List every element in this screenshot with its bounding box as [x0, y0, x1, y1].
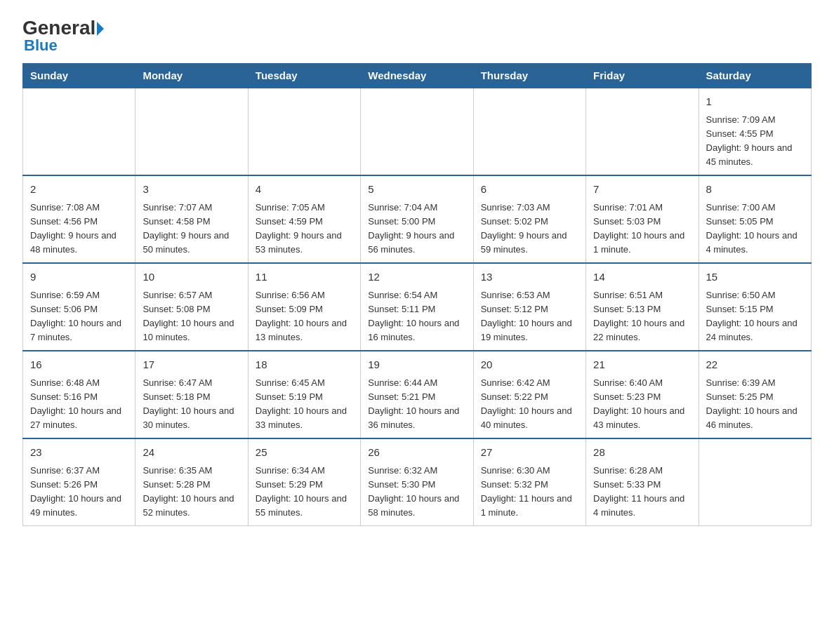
- day-number: 26: [368, 445, 465, 461]
- calendar-cell: 15Sunrise: 6:50 AM Sunset: 5:15 PM Dayli…: [699, 263, 811, 351]
- calendar-cell: 5Sunrise: 7:04 AM Sunset: 5:00 PM Daylig…: [361, 175, 473, 263]
- day-number: 5: [368, 182, 465, 198]
- header-row: SundayMondayTuesdayWednesdayThursdayFrid…: [23, 64, 812, 88]
- calendar-cell: [135, 88, 248, 175]
- col-header-monday: Monday: [135, 64, 248, 88]
- calendar-cell: 6Sunrise: 7:03 AM Sunset: 5:02 PM Daylig…: [473, 175, 585, 263]
- day-info: Sunrise: 6:56 AM Sunset: 5:09 PM Dayligh…: [256, 288, 353, 345]
- calendar-cell: [473, 88, 585, 175]
- day-info: Sunrise: 6:42 AM Sunset: 5:22 PM Dayligh…: [481, 376, 578, 433]
- col-header-thursday: Thursday: [473, 64, 585, 88]
- calendar-cell: [361, 88, 473, 175]
- day-info: Sunrise: 7:08 AM Sunset: 4:56 PM Dayligh…: [30, 201, 128, 257]
- calendar-cell: 18Sunrise: 6:45 AM Sunset: 5:19 PM Dayli…: [248, 351, 360, 438]
- calendar-cell: 10Sunrise: 6:57 AM Sunset: 5:08 PM Dayli…: [135, 263, 248, 351]
- day-info: Sunrise: 6:35 AM Sunset: 5:28 PM Dayligh…: [143, 464, 240, 521]
- day-info: Sunrise: 6:40 AM Sunset: 5:23 PM Dayligh…: [593, 376, 691, 433]
- calendar-cell: 22Sunrise: 6:39 AM Sunset: 5:25 PM Dayli…: [699, 351, 811, 438]
- calendar-cell: 17Sunrise: 6:47 AM Sunset: 5:18 PM Dayli…: [135, 351, 248, 438]
- calendar-cell: 3Sunrise: 7:07 AM Sunset: 4:58 PM Daylig…: [135, 175, 248, 263]
- day-number: 18: [256, 357, 353, 373]
- calendar-week-5: 23Sunrise: 6:37 AM Sunset: 5:26 PM Dayli…: [23, 438, 812, 526]
- calendar-cell: 23Sunrise: 6:37 AM Sunset: 5:26 PM Dayli…: [23, 438, 135, 526]
- day-number: 6: [481, 182, 578, 198]
- calendar-cell: 9Sunrise: 6:59 AM Sunset: 5:06 PM Daylig…: [23, 263, 135, 351]
- col-header-saturday: Saturday: [699, 64, 811, 88]
- day-number: 10: [143, 269, 240, 286]
- col-header-wednesday: Wednesday: [361, 64, 473, 88]
- day-info: Sunrise: 6:39 AM Sunset: 5:25 PM Dayligh…: [706, 376, 804, 433]
- day-number: 4: [256, 182, 353, 198]
- day-number: 21: [593, 357, 691, 373]
- day-number: 9: [30, 269, 128, 286]
- day-number: 25: [256, 445, 353, 461]
- calendar-cell: 4Sunrise: 7:05 AM Sunset: 4:59 PM Daylig…: [248, 175, 360, 263]
- calendar-cell: 16Sunrise: 6:48 AM Sunset: 5:16 PM Dayli…: [23, 351, 135, 438]
- day-number: 28: [593, 445, 691, 461]
- day-info: Sunrise: 7:04 AM Sunset: 5:00 PM Dayligh…: [368, 201, 465, 257]
- calendar-cell: 13Sunrise: 6:53 AM Sunset: 5:12 PM Dayli…: [473, 263, 585, 351]
- calendar-cell: [248, 88, 360, 175]
- calendar-cell: [23, 88, 135, 175]
- calendar-cell: 27Sunrise: 6:30 AM Sunset: 5:32 PM Dayli…: [473, 438, 585, 526]
- calendar-cell: 1Sunrise: 7:09 AM Sunset: 4:55 PM Daylig…: [699, 88, 811, 175]
- day-info: Sunrise: 7:09 AM Sunset: 4:55 PM Dayligh…: [706, 113, 804, 170]
- col-header-sunday: Sunday: [23, 64, 135, 88]
- day-info: Sunrise: 6:28 AM Sunset: 5:33 PM Dayligh…: [593, 464, 691, 521]
- day-number: 19: [368, 357, 465, 373]
- day-info: Sunrise: 7:05 AM Sunset: 4:59 PM Dayligh…: [256, 201, 353, 257]
- calendar-cell: 25Sunrise: 6:34 AM Sunset: 5:29 PM Dayli…: [248, 438, 360, 526]
- day-info: Sunrise: 6:57 AM Sunset: 5:08 PM Dayligh…: [143, 288, 240, 345]
- day-info: Sunrise: 6:37 AM Sunset: 5:26 PM Dayligh…: [30, 464, 128, 521]
- day-info: Sunrise: 7:07 AM Sunset: 4:58 PM Dayligh…: [143, 201, 240, 257]
- col-header-friday: Friday: [586, 64, 699, 88]
- day-number: 27: [481, 445, 578, 461]
- calendar-cell: 19Sunrise: 6:44 AM Sunset: 5:21 PM Dayli…: [361, 351, 473, 438]
- calendar-week-2: 2Sunrise: 7:08 AM Sunset: 4:56 PM Daylig…: [23, 175, 812, 263]
- day-number: 1: [706, 94, 804, 110]
- day-number: 7: [593, 182, 691, 198]
- calendar-cell: 2Sunrise: 7:08 AM Sunset: 4:56 PM Daylig…: [23, 175, 135, 263]
- calendar-cell: 28Sunrise: 6:28 AM Sunset: 5:33 PM Dayli…: [586, 438, 699, 526]
- day-number: 16: [30, 357, 128, 373]
- day-info: Sunrise: 6:53 AM Sunset: 5:12 PM Dayligh…: [481, 288, 578, 345]
- calendar-cell: 7Sunrise: 7:01 AM Sunset: 5:03 PM Daylig…: [586, 175, 699, 263]
- day-info: Sunrise: 6:32 AM Sunset: 5:30 PM Dayligh…: [368, 464, 465, 521]
- day-number: 22: [706, 357, 804, 373]
- day-info: Sunrise: 6:44 AM Sunset: 5:21 PM Dayligh…: [368, 376, 465, 433]
- day-number: 17: [143, 357, 240, 373]
- calendar-body: 1Sunrise: 7:09 AM Sunset: 4:55 PM Daylig…: [23, 88, 812, 526]
- calendar-week-1: 1Sunrise: 7:09 AM Sunset: 4:55 PM Daylig…: [23, 88, 812, 175]
- day-info: Sunrise: 7:01 AM Sunset: 5:03 PM Dayligh…: [593, 201, 691, 257]
- calendar-week-4: 16Sunrise: 6:48 AM Sunset: 5:16 PM Dayli…: [23, 351, 812, 438]
- day-number: 3: [143, 182, 240, 198]
- day-info: Sunrise: 6:51 AM Sunset: 5:13 PM Dayligh…: [593, 288, 691, 345]
- page-header: General Blue: [22, 17, 812, 55]
- day-number: 8: [706, 182, 804, 198]
- day-number: 23: [30, 445, 128, 461]
- calendar-cell: 26Sunrise: 6:32 AM Sunset: 5:30 PM Dayli…: [361, 438, 473, 526]
- day-info: Sunrise: 6:48 AM Sunset: 5:16 PM Dayligh…: [30, 376, 128, 433]
- calendar-cell: 24Sunrise: 6:35 AM Sunset: 5:28 PM Dayli…: [135, 438, 248, 526]
- day-info: Sunrise: 6:34 AM Sunset: 5:29 PM Dayligh…: [256, 464, 353, 521]
- calendar-cell: 8Sunrise: 7:00 AM Sunset: 5:05 PM Daylig…: [699, 175, 811, 263]
- day-info: Sunrise: 6:54 AM Sunset: 5:11 PM Dayligh…: [368, 288, 465, 345]
- calendar-cell: 20Sunrise: 6:42 AM Sunset: 5:22 PM Dayli…: [473, 351, 585, 438]
- calendar-cell: 14Sunrise: 6:51 AM Sunset: 5:13 PM Dayli…: [586, 263, 699, 351]
- calendar-cell: 11Sunrise: 6:56 AM Sunset: 5:09 PM Dayli…: [248, 263, 360, 351]
- calendar-cell: 21Sunrise: 6:40 AM Sunset: 5:23 PM Dayli…: [586, 351, 699, 438]
- day-number: 14: [593, 269, 691, 286]
- calendar-table: SundayMondayTuesdayWednesdayThursdayFrid…: [22, 63, 812, 526]
- calendar-cell: [586, 88, 699, 175]
- day-number: 24: [143, 445, 240, 461]
- day-number: 13: [481, 269, 578, 286]
- day-info: Sunrise: 6:59 AM Sunset: 5:06 PM Dayligh…: [30, 288, 128, 345]
- day-number: 11: [256, 269, 353, 286]
- calendar-week-3: 9Sunrise: 6:59 AM Sunset: 5:06 PM Daylig…: [23, 263, 812, 351]
- calendar-header: SundayMondayTuesdayWednesdayThursdayFrid…: [23, 64, 812, 88]
- logo: General Blue: [22, 17, 104, 55]
- day-info: Sunrise: 6:47 AM Sunset: 5:18 PM Dayligh…: [143, 376, 240, 433]
- day-info: Sunrise: 7:00 AM Sunset: 5:05 PM Dayligh…: [706, 201, 804, 257]
- calendar-cell: 12Sunrise: 6:54 AM Sunset: 5:11 PM Dayli…: [361, 263, 473, 351]
- day-number: 15: [706, 269, 804, 286]
